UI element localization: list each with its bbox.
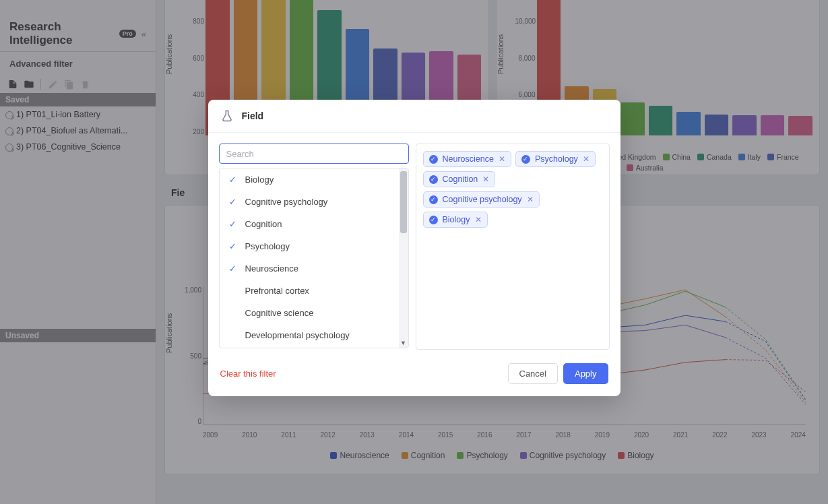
remove-chip-icon[interactable]: ✕	[499, 154, 505, 164]
filter-chip[interactable]: ✓Neuroscience✕	[423, 151, 511, 167]
remove-chip-icon[interactable]: ✕	[475, 215, 482, 224]
check-circle-icon: ✓	[429, 175, 438, 184]
check-icon: ✓	[229, 197, 238, 207]
chip-label: Cognitive psychology	[443, 195, 522, 204]
flask-icon	[220, 109, 234, 123]
check-circle-icon: ✓	[429, 195, 438, 204]
option-label: Neuroscience	[245, 263, 299, 274]
field-option[interactable]: ✓Prefrontal cortex	[220, 280, 399, 302]
chip-label: Cognition	[443, 175, 478, 184]
scrollbar[interactable]: ▼	[399, 168, 408, 348]
apply-button[interactable]: Apply	[563, 363, 608, 384]
clear-filter-link[interactable]: Clear this filter	[220, 369, 276, 379]
check-icon: ✓	[229, 219, 238, 229]
field-option[interactable]: ✓Neuroscience	[220, 257, 399, 280]
chip-label: Psychology	[535, 154, 578, 164]
check-circle-icon: ✓	[429, 216, 438, 224]
field-option[interactable]: ✓Biology	[220, 168, 399, 191]
option-label: Cognitive psychology	[245, 197, 328, 207]
chip-label: Biology	[443, 215, 470, 224]
field-filter-modal: Field ✓Biology✓Cognitive psychology✓Cogn…	[208, 100, 620, 396]
selected-chips: ✓Neuroscience✕✓Psychology✕✓Cognition✕✓Co…	[416, 144, 610, 350]
field-option[interactable]: ✓Developmental psychology	[220, 324, 399, 346]
field-option[interactable]: ✓Cognition	[220, 213, 399, 235]
filter-chip[interactable]: ✓Cognitive psychology✕	[423, 191, 540, 208]
field-option[interactable]: ✓Cognitive science	[220, 302, 399, 324]
remove-chip-icon[interactable]: ✕	[527, 195, 534, 204]
check-circle-icon: ✓	[521, 155, 530, 164]
option-label: Prefrontal cortex	[245, 286, 309, 296]
filter-chip[interactable]: ✓Cognition✕	[423, 171, 496, 187]
field-option[interactable]: ✓Cognitive psychology	[220, 191, 399, 213]
option-label: Developmental psychology	[245, 330, 350, 340]
check-icon: ✓	[229, 241, 238, 251]
remove-chip-icon[interactable]: ✕	[583, 154, 590, 164]
option-label: Cognition	[245, 219, 282, 229]
options-list: ✓Biology✓Cognitive psychology✓Cognition✓…	[219, 168, 409, 348]
field-option[interactable]: ✓Psychology	[220, 235, 399, 257]
check-icon: ✓	[229, 175, 238, 185]
chip-label: Neuroscience	[443, 154, 494, 164]
option-label: Cognitive science	[245, 308, 314, 318]
option-label: Biology	[245, 175, 274, 185]
check-circle-icon: ✓	[429, 155, 438, 164]
filter-chip[interactable]: ✓Psychology✕	[515, 151, 596, 167]
filter-chip[interactable]: ✓Biology✕	[423, 212, 488, 228]
check-icon: ✓	[229, 263, 238, 274]
remove-chip-icon[interactable]: ✕	[482, 175, 489, 184]
option-label: Psychology	[245, 241, 290, 251]
scroll-thumb[interactable]	[400, 171, 407, 233]
modal-title: Field	[242, 111, 264, 121]
search-input[interactable]	[219, 144, 409, 164]
scroll-down-icon[interactable]: ▼	[400, 340, 407, 346]
modal-overlay[interactable]: Field ✓Biology✓Cognitive psychology✓Cogn…	[0, 0, 828, 504]
cancel-button[interactable]: Cancel	[508, 363, 558, 384]
